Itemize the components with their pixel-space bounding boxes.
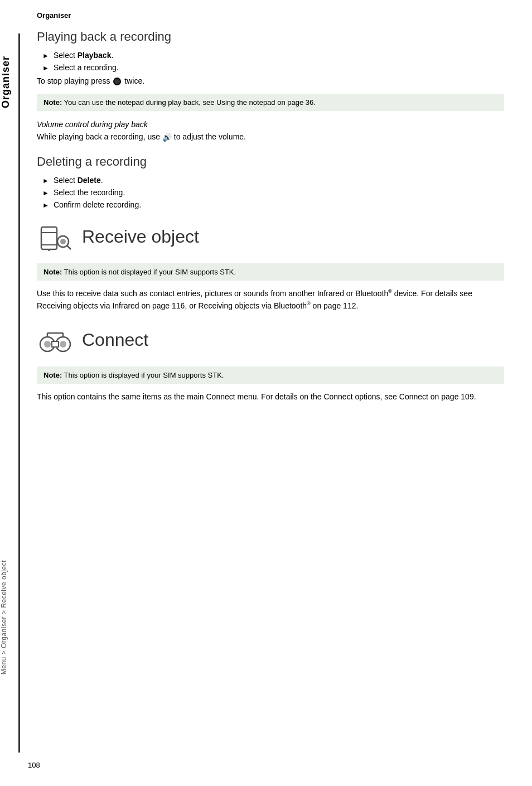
connect-section: Connect Note: This option is displayed i… (37, 324, 504, 403)
connect-note: Note: This option is displayed if your S… (37, 367, 504, 384)
svg-point-6 (60, 239, 66, 244)
deleting-section: Deleting a recording ► Select Delete. ► … (37, 155, 504, 209)
step-2: ► Select a recording. (42, 63, 504, 72)
receive-object-paragraph: Use this to receive data such as contact… (37, 287, 504, 312)
note-label-1: Note: (43, 98, 62, 107)
volume-text-before: While playing back a recording, use (37, 132, 162, 141)
volume-text-after: to adjust the volume. (174, 132, 246, 141)
receive-icon (37, 220, 73, 257)
receive-icon-heading: Receive object (37, 220, 504, 257)
bullet-arrow-2: ► (42, 64, 49, 72)
connect-icon-heading: Connect (37, 324, 504, 360)
volume-title: Volume control during play back (37, 120, 504, 129)
playing-back-note: Note: You can use the notepad during pla… (37, 94, 504, 111)
connect-icon-svg (38, 325, 72, 358)
playing-back-section: Playing back a recording ► Select Playba… (37, 30, 504, 143)
stop-press-text: To stop playing press twice. (37, 75, 504, 87)
connect-title: Connect (82, 330, 148, 350)
step-2-text: Select a recording. (54, 63, 119, 72)
receive-object-icon-svg (38, 221, 72, 255)
delete-step-1-text: Select Delete. (54, 176, 103, 185)
section-header: Organiser (37, 11, 504, 20)
volume-icon: 🔊 (162, 132, 172, 143)
note-label-3: Note: (43, 371, 62, 379)
step-1-text: Select Playback. (54, 51, 113, 60)
bullet-arrow-1: ► (42, 52, 49, 60)
svg-rect-0 (41, 227, 57, 249)
bullet-arrow-d1: ► (42, 177, 49, 185)
stop-icon (113, 78, 121, 85)
delete-step-3-text: Confirm delete recording. (54, 200, 141, 209)
note-text-3: This option is displayed if your SIM sup… (64, 371, 224, 379)
step-1-bold: Playback (78, 51, 112, 60)
delete-step-1-bold: Delete (78, 176, 101, 185)
stop-press-before: To stop playing press (37, 76, 112, 85)
bullet-arrow-d3: ► (42, 201, 49, 209)
receive-object-note: Note: This option is not displayed if yo… (37, 263, 504, 281)
left-sidebar: Organiser Menu > Organiser > Receive obj… (0, 0, 20, 786)
svg-rect-9 (52, 341, 59, 347)
connect-paragraph: This option contains the same items as t… (37, 390, 504, 403)
receive-object-section: Receive object Note: This option is not … (37, 220, 504, 312)
delete-step-2-text: Select the recording. (54, 188, 125, 197)
stop-press-after: twice. (124, 76, 144, 85)
svg-point-14 (60, 341, 66, 348)
volume-text: While playing back a recording, use 🔊 to… (37, 131, 504, 143)
bullet-arrow-d2: ► (42, 189, 49, 197)
svg-point-13 (44, 341, 51, 348)
note-text-1: You can use the notepad during play back… (64, 98, 316, 107)
svg-line-5 (67, 245, 71, 249)
step-1: ► Select Playback. (42, 51, 504, 60)
sidebar-top-label: Organiser (0, 56, 20, 108)
delete-step-2: ► Select the recording. (42, 188, 504, 197)
sidebar-bottom-label: Menu > Organiser > Receive object (0, 560, 20, 674)
delete-step-3: ► Confirm delete recording. (42, 200, 504, 209)
note-text-2: This option is not displayed if your SIM… (64, 268, 236, 276)
note-label-2: Note: (43, 268, 62, 276)
main-content: Organiser Playing back a recording ► Sel… (20, 0, 532, 786)
receive-object-title: Receive object (82, 226, 199, 247)
playing-back-title: Playing back a recording (37, 30, 504, 44)
deleting-title: Deleting a recording (37, 155, 504, 169)
delete-step-1: ► Select Delete. (42, 176, 504, 185)
svg-point-3 (48, 249, 50, 251)
connect-icon (37, 324, 73, 360)
page-number: 108 (28, 761, 40, 769)
